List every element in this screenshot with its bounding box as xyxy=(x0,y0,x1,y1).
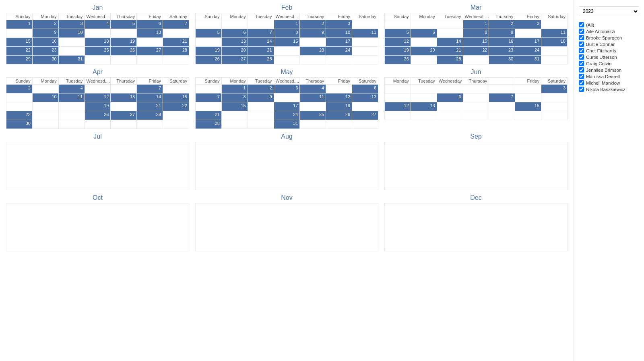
table-row: 121315 xyxy=(385,102,568,111)
month-title: Apr xyxy=(6,68,189,76)
day-cell: 4 xyxy=(85,20,111,29)
day-header: Monday xyxy=(221,13,248,20)
month-table: SundayMondayTuesdayWednesd....ThursdayFr… xyxy=(195,13,378,64)
day-cell: 21 xyxy=(137,102,163,111)
day-cell: 11 xyxy=(300,93,326,102)
day-cell: 7 xyxy=(196,93,222,102)
day-cell: 9 xyxy=(489,29,515,38)
day-cell: 22 xyxy=(6,47,33,56)
day-cell xyxy=(137,38,163,47)
day-cell xyxy=(85,29,111,38)
filter-item: Burtie Connar xyxy=(579,41,639,47)
day-cell xyxy=(411,111,437,120)
month-table: SundayMondayTuesdayWednesd....ThursdayFr… xyxy=(384,13,568,64)
day-cell: 27 xyxy=(111,111,137,120)
day-header: Tuesday xyxy=(248,78,274,85)
day-cell xyxy=(111,29,137,38)
filter-label: Brooke Spurgeon xyxy=(586,35,622,40)
day-cell xyxy=(58,38,85,47)
month-block: Sep xyxy=(384,133,568,190)
day-cell xyxy=(437,85,463,93)
day-cell: 26 xyxy=(385,56,411,64)
day-header: Friday xyxy=(137,78,163,85)
day-header: Wednesd.... xyxy=(274,13,300,20)
day-cell: 26 xyxy=(196,56,222,64)
day-cell xyxy=(326,85,352,93)
day-cell xyxy=(111,85,137,93)
day-cell xyxy=(196,85,222,93)
filter-checkbox[interactable] xyxy=(579,41,584,47)
year-select[interactable]: 2023 xyxy=(579,6,639,16)
day-cell: 21 xyxy=(437,47,463,56)
table-row: 192021222324 xyxy=(385,47,568,56)
month-block: Oct xyxy=(6,194,189,251)
filter-checkbox[interactable] xyxy=(579,35,584,40)
day-cell xyxy=(541,56,568,64)
day-cell: 19 xyxy=(111,38,137,47)
day-cell xyxy=(515,111,541,120)
filter-label: Jennilee Brimson xyxy=(586,68,621,73)
day-cell: 13 xyxy=(221,38,248,47)
day-cell: 28 xyxy=(137,111,163,120)
day-cell: 14 xyxy=(248,38,274,47)
filter-checkbox[interactable] xyxy=(579,61,584,66)
day-cell: 28 xyxy=(196,120,222,129)
filter-checkbox[interactable] xyxy=(579,87,584,92)
day-header: Thursday xyxy=(489,13,515,20)
day-cell xyxy=(385,111,411,120)
day-cell: 24 xyxy=(274,111,300,120)
day-cell: 13 xyxy=(352,93,378,102)
day-header: Friday xyxy=(137,13,163,20)
filter-checkbox[interactable] xyxy=(579,22,584,27)
day-cell xyxy=(196,20,222,29)
filter-checkbox[interactable] xyxy=(579,54,584,60)
filter-item: Curtis Utterson xyxy=(579,54,639,60)
day-cell: 20 xyxy=(221,47,248,56)
day-cell: 2 xyxy=(32,20,58,29)
day-cell xyxy=(300,102,326,111)
day-cell: 30 xyxy=(32,56,58,64)
day-cell: 15 xyxy=(163,93,189,102)
table-row: 2124252627 xyxy=(196,111,378,120)
day-header: Sunday xyxy=(196,78,222,85)
day-cell xyxy=(274,93,300,102)
day-header: Friday xyxy=(326,78,352,85)
day-cell xyxy=(411,85,437,93)
day-cell: 13 xyxy=(111,93,137,102)
month-block: JanSundayMondayTuesdayWednesd....Thursda… xyxy=(6,4,189,64)
month-title: Dec xyxy=(384,194,568,201)
table-row: 123 xyxy=(385,20,568,29)
day-header: Saturday xyxy=(163,78,189,85)
day-cell: 7 xyxy=(137,85,163,93)
day-cell: 31 xyxy=(515,56,541,64)
day-cell xyxy=(6,102,33,111)
filter-checkbox[interactable] xyxy=(579,29,584,34)
day-cell xyxy=(196,38,222,47)
day-cell xyxy=(196,102,222,111)
table-row: 222325262728 xyxy=(6,47,189,56)
day-cell xyxy=(515,29,541,38)
day-header: Sunday xyxy=(6,78,33,85)
day-cell: 28 xyxy=(437,56,463,64)
day-cell xyxy=(489,85,515,93)
day-header: Monday xyxy=(32,13,58,20)
day-cell xyxy=(515,93,541,102)
day-header: Wednesday xyxy=(437,78,463,85)
day-cell xyxy=(6,93,33,102)
day-cell: 2 xyxy=(300,20,326,29)
day-cell: 9 xyxy=(32,29,58,38)
day-header: Friday xyxy=(326,13,352,20)
day-header: Saturday xyxy=(541,13,568,20)
table-row xyxy=(385,111,568,120)
filter-item: Micheil Manklow xyxy=(579,80,639,85)
day-header: Monday xyxy=(32,78,58,85)
filter-checkbox[interactable] xyxy=(579,74,584,79)
filter-checkbox[interactable] xyxy=(579,48,584,53)
day-cell: 18 xyxy=(85,38,111,47)
filter-item: Chet Fitzharris xyxy=(579,48,639,53)
day-cell: 3 xyxy=(541,85,568,93)
day-cell xyxy=(352,120,378,129)
filter-checkbox[interactable] xyxy=(579,67,584,73)
filter-checkbox[interactable] xyxy=(579,80,584,85)
day-cell: 4 xyxy=(58,85,85,93)
